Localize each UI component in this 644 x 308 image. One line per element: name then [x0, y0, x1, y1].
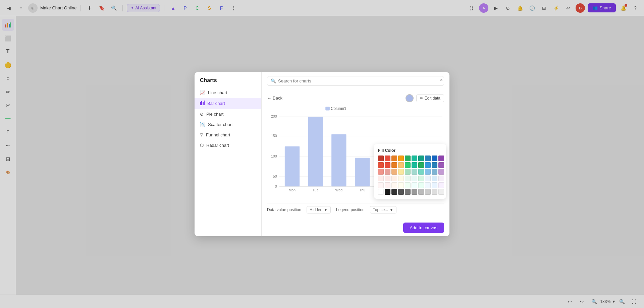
color-swatch[interactable] [405, 169, 411, 175]
line-chart-icon: 📈 [200, 90, 205, 95]
color-swatch[interactable] [412, 189, 417, 195]
color-swatch[interactable] [418, 182, 424, 188]
color-swatch[interactable] [418, 156, 424, 161]
color-swatch[interactable] [412, 176, 417, 181]
color-swatch[interactable] [432, 189, 437, 195]
data-value-position-label: Data value position [267, 207, 301, 212]
color-swatch[interactable] [378, 176, 384, 181]
color-swatch[interactable] [425, 169, 431, 175]
color-swatch[interactable] [398, 156, 404, 161]
color-swatch[interactable] [378, 156, 384, 161]
color-swatch[interactable] [418, 162, 424, 168]
search-icon: 🔍 [271, 78, 276, 83]
color-swatch[interactable] [432, 156, 437, 161]
color-swatch[interactable] [432, 182, 437, 188]
svg-rect-7 [204, 101, 205, 105]
color-swatch[interactable] [391, 176, 397, 181]
color-swatch[interactable] [418, 176, 424, 181]
color-swatch[interactable] [405, 182, 411, 188]
svg-text:Column1: Column1 [331, 106, 346, 111]
line-chart-item[interactable]: 📈 Line chart [195, 87, 261, 98]
color-swatch[interactable] [398, 162, 404, 168]
bar-chart-item[interactable]: Bar chart [195, 98, 261, 109]
search-input-wrap[interactable]: 🔍 [267, 76, 444, 86]
color-swatch[interactable] [412, 156, 417, 161]
color-swatch[interactable] [405, 189, 411, 195]
color-swatch[interactable] [418, 169, 424, 175]
color-swatch[interactable] [385, 156, 390, 161]
color-swatch[interactable] [391, 182, 397, 188]
color-swatch[interactable] [391, 169, 397, 175]
color-swatch[interactable] [438, 182, 444, 188]
color-swatch[interactable] [425, 156, 431, 161]
color-swatch[interactable] [425, 182, 431, 188]
color-swatch[interactable] [438, 162, 444, 168]
svg-rect-26 [355, 158, 370, 186]
color-swatch[interactable] [432, 169, 437, 175]
color-swatch[interactable] [385, 182, 390, 188]
color-swatch[interactable] [391, 189, 397, 195]
back-button[interactable]: ← Back [267, 96, 282, 101]
color-swatch[interactable] [432, 162, 437, 168]
color-swatch[interactable] [378, 189, 384, 195]
color-swatch[interactable] [438, 189, 444, 195]
color-swatch[interactable] [378, 182, 384, 188]
chart-top-bar: ← Back ✏ Edit data [267, 94, 444, 102]
color-swatch[interactable] [398, 189, 404, 195]
chart-bottom: Data value position Hidden ▼ Legend posi… [267, 203, 444, 215]
svg-rect-24 [331, 134, 346, 186]
pie-chart-icon: ⊙ [200, 112, 204, 117]
legend-dropdown-arrow-icon: ▼ [389, 207, 393, 212]
color-swatch[interactable] [378, 169, 384, 175]
scatter-chart-item[interactable]: 📉 Scatter chart [195, 119, 261, 130]
svg-text:Wed: Wed [335, 188, 343, 192]
color-swatch[interactable] [438, 169, 444, 175]
svg-rect-22 [308, 117, 323, 186]
color-swatch[interactable] [385, 169, 390, 175]
color-swatch[interactable] [398, 182, 404, 188]
color-swatch[interactable] [418, 189, 424, 195]
svg-text:Thu: Thu [359, 188, 365, 192]
close-button[interactable]: × [437, 76, 445, 84]
color-swatch[interactable] [438, 156, 444, 161]
color-swatch[interactable] [385, 162, 390, 168]
edit-data-button[interactable]: ✏ Edit data [416, 94, 444, 102]
legend-position-select[interactable]: Top ce... ▼ [370, 206, 396, 213]
color-picker-button[interactable] [406, 94, 414, 102]
scatter-chart-icon: 📉 [200, 122, 205, 127]
color-swatch[interactable] [405, 156, 411, 161]
color-swatch[interactable] [385, 176, 390, 181]
radar-chart-item[interactable]: ⬡ Radar chart [195, 140, 261, 150]
add-to-canvas-button[interactable]: Add to canvas [403, 223, 444, 233]
search-input[interactable] [278, 78, 440, 83]
color-swatch[interactable] [378, 162, 384, 168]
funnel-chart-item[interactable]: ⊽ Funnel chart [195, 130, 261, 140]
search-bar: 🔍 [262, 72, 449, 90]
back-arrow-icon: ← [267, 96, 271, 101]
color-swatch[interactable] [391, 156, 397, 161]
color-swatch[interactable] [391, 162, 397, 168]
color-swatch[interactable] [412, 162, 417, 168]
charts-left-panel: Charts 📈 Line chart Bar chart ⊙ Pie char… [195, 72, 262, 236]
funnel-chart-icon: ⊽ [200, 132, 203, 137]
legend-position-label: Legend position [336, 207, 365, 212]
color-swatch[interactable] [385, 189, 390, 195]
color-swatch[interactable] [405, 162, 411, 168]
color-swatch[interactable] [438, 176, 444, 181]
bar-chart-icon [200, 101, 205, 106]
charts-modal: Charts 📈 Line chart Bar chart ⊙ Pie char… [195, 72, 449, 236]
pie-chart-item[interactable]: ⊙ Pie chart [195, 109, 261, 119]
color-swatch[interactable] [412, 182, 417, 188]
color-swatch[interactable] [398, 176, 404, 181]
color-swatch[interactable] [412, 169, 417, 175]
modal-footer: Add to canvas [262, 219, 449, 236]
svg-rect-8 [325, 107, 330, 110]
color-swatch[interactable] [398, 169, 404, 175]
color-swatch[interactable] [432, 176, 437, 181]
svg-text:100: 100 [271, 154, 277, 158]
color-swatch[interactable] [425, 189, 431, 195]
color-swatch[interactable] [425, 176, 431, 181]
color-swatch[interactable] [405, 176, 411, 181]
data-value-position-select[interactable]: Hidden ▼ [307, 206, 331, 213]
color-swatch[interactable] [425, 162, 431, 168]
